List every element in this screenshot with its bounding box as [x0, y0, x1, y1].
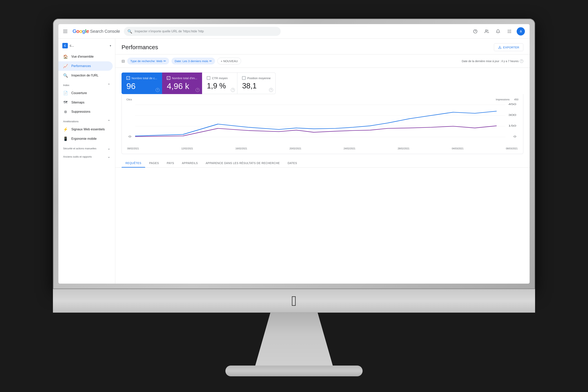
metric-position-checkbox — [242, 76, 246, 80]
anciens-section-arrow[interactable]: ⌄ — [108, 154, 110, 159]
apps-icon-btn[interactable] — [505, 27, 514, 36]
type-filter-label: Type de recherche: Web — [130, 60, 162, 63]
performance-icon: 📈 — [63, 64, 68, 68]
chart-svg: 450 300 150 0 0 — [126, 102, 518, 146]
new-filter-button[interactable]: + NOUVEAU — [217, 58, 241, 64]
chart-container: Clics Impressions 450 450 3 — [122, 94, 523, 154]
export-label: EXPORTER — [503, 46, 519, 49]
sidebar-item-overview[interactable]: 🏠 Vue d'ensemble — [58, 52, 113, 61]
google-g-blue: G — [72, 28, 76, 34]
metric-impressions[interactable]: ✓ Nombre total d'im... 4,96 k ? — [162, 72, 202, 94]
sidebar-item-ergonomie[interactable]: 📱 Ergonomie mobile — [58, 134, 113, 144]
date-filter-label: Date: Les 3 derniers mois — [175, 60, 208, 63]
site-name: c... — [70, 44, 108, 48]
search-input[interactable]: Inspecter n'importe quelle URL de 'https… — [135, 30, 204, 33]
date-filter-chip[interactable]: Date: Les 3 derniers mois ✏ — [172, 58, 215, 64]
metric-clics[interactable]: ✓ Nombre total de c... 96 ? — [122, 72, 162, 94]
securite-section-header[interactable]: Sécurité et actions manuelles ⌄ — [58, 144, 115, 152]
date-filter-edit-icon[interactable]: ✏ — [209, 59, 212, 63]
sidebar-item-url-inspection[interactable]: 🔍 Inspection de l'URL — [58, 71, 113, 80]
tab-dates[interactable]: DATES — [284, 159, 301, 168]
imac-frame: Google Search Console 🔍 Inspecter n'impo… — [53, 18, 535, 356]
sidebar-item-signaux-web[interactable]: ⚡ Signaux Web essentiels — [58, 125, 113, 134]
svg-point-5 — [510, 30, 511, 30]
tab-appareils[interactable]: APPAREILS — [178, 159, 202, 168]
imac-screen: Google Search Console 🔍 Inspecter n'impo… — [58, 24, 530, 284]
type-filter-chip[interactable]: Type de recherche: Web ✏ — [127, 58, 169, 64]
metric-impressions-checkbox: ✓ — [167, 76, 170, 80]
tab-apparence[interactable]: APPARENCE DANS LES RÉSULTATS DE RECHERCH… — [202, 159, 284, 168]
sitemaps-icon: 🗺 — [63, 100, 68, 105]
index-section-arrow[interactable]: ⌃ — [108, 83, 110, 87]
metric-ctr-header: CTR moyen — [207, 76, 232, 80]
tab-appareils-label: APPAREILS — [182, 162, 198, 165]
metric-position[interactable]: Position moyenne 38,1 ? — [237, 72, 276, 94]
sidebar-couverture-label: Couverture — [71, 91, 87, 95]
metric-clics-header: ✓ Nombre total de c... — [126, 76, 157, 80]
ergonomie-icon: 📱 — [63, 136, 68, 141]
metric-clics-checkbox: ✓ — [126, 76, 130, 80]
svg-point-8 — [510, 31, 511, 32]
chart-x-label-6: 28/02/2021 — [398, 147, 410, 150]
ameliorations-section-header: Améliorations ⌃ — [58, 116, 115, 125]
notifications-icon-btn[interactable] — [494, 27, 502, 36]
accounts-icon-btn[interactable] — [482, 27, 491, 36]
help-icon-btn[interactable] — [471, 27, 480, 36]
filter-icon[interactable]: ⊟ — [122, 59, 125, 64]
gsc-main: C c... ▾ 🏠 Vue d'ensemble 📈 Performances — [58, 38, 530, 284]
metric-clics-label: Nombre total de c... — [132, 76, 157, 80]
sidebar-item-performances[interactable]: 📈 Performances — [58, 61, 113, 71]
anciens-section-header[interactable]: Anciens outils et rapports ⌄ — [58, 152, 115, 160]
svg-point-6 — [508, 31, 508, 32]
url-inspection-icon: 🔍 — [63, 73, 68, 78]
export-button[interactable]: EXPORTER — [494, 43, 523, 51]
svg-point-3 — [508, 30, 508, 30]
tabs-row: REQUÊTES PAGES PAYS APPAREILS — [115, 159, 530, 168]
metric-position-label: Position moyenne — [247, 76, 270, 80]
last-update-info-icon[interactable]: ? — [520, 60, 523, 63]
sidebar-overview-label: Vue d'ensemble — [71, 55, 94, 58]
metric-position-info-icon[interactable]: ? — [269, 88, 273, 92]
site-dropdown-arrow: ▾ — [110, 44, 111, 47]
metric-ctr[interactable]: CTR moyen 1,9 % ? — [202, 72, 237, 94]
metric-position-header: Position moyenne — [242, 76, 270, 80]
sidebar-item-suppressions[interactable]: ⊗ Suppressions — [58, 107, 113, 116]
gsc-logo: Google Search Console — [72, 28, 120, 34]
imac-chin:  — [53, 289, 535, 312]
tab-requetes-label: REQUÊTES — [126, 162, 141, 165]
sidebar-item-sitemaps[interactable]: 🗺 Sitemaps — [58, 98, 113, 107]
metric-ctr-info-icon[interactable]: ? — [231, 88, 235, 92]
site-selector[interactable]: C c... ▾ — [58, 41, 115, 50]
metric-impressions-info-icon[interactable]: ? — [196, 88, 200, 92]
svg-point-2 — [486, 30, 487, 31]
metric-clics-info-icon[interactable]: ? — [156, 88, 160, 92]
type-filter-edit-icon[interactable]: ✏ — [164, 59, 166, 63]
user-avatar[interactable]: a — [517, 27, 525, 36]
hamburger-menu-icon[interactable] — [63, 28, 68, 34]
gsc-search-bar[interactable]: 🔍 Inspecter n'importe quelle URL de 'htt… — [124, 27, 281, 36]
chart-x-label-7: 04/03/2021 — [452, 147, 464, 150]
ameliorations-section-arrow[interactable]: ⌃ — [108, 119, 110, 124]
sidebar-item-couverture[interactable]: 📄 Couverture — [58, 88, 113, 98]
tab-dates-label: DATES — [288, 162, 297, 165]
metric-ctr-checkbox — [207, 76, 210, 80]
page-title: Performances — [122, 44, 158, 50]
tab-apparence-label: APPARENCE DANS LES RÉSULTATS DE RECHERCH… — [206, 162, 280, 165]
svg-text:0: 0 — [514, 136, 516, 138]
securite-section-arrow[interactable]: ⌄ — [108, 146, 110, 150]
metric-ctr-value: 1,9 % — [207, 82, 232, 90]
new-filter-label: + NOUVEAU — [221, 60, 238, 63]
site-icon: C — [62, 43, 68, 48]
sidebar-suppressions-label: Suppressions — [71, 110, 90, 114]
tab-pays[interactable]: PAYS — [163, 159, 178, 168]
tab-requetes[interactable]: REQUÊTES — [122, 159, 145, 168]
svg-point-9 — [508, 32, 508, 33]
metric-clics-value: 96 — [126, 82, 157, 90]
metric-impressions-label: Nombre total d'im... — [172, 76, 197, 80]
tab-pages[interactable]: PAGES — [145, 159, 163, 168]
gsc-header: Google Search Console 🔍 Inspecter n'impo… — [58, 24, 530, 38]
last-update-text: Date de la dernière mise à jour : il y a… — [462, 60, 518, 63]
svg-point-7 — [509, 31, 510, 32]
imac-stand-top — [255, 312, 333, 367]
chart-x-label-3: 16/02/2021 — [236, 147, 247, 150]
